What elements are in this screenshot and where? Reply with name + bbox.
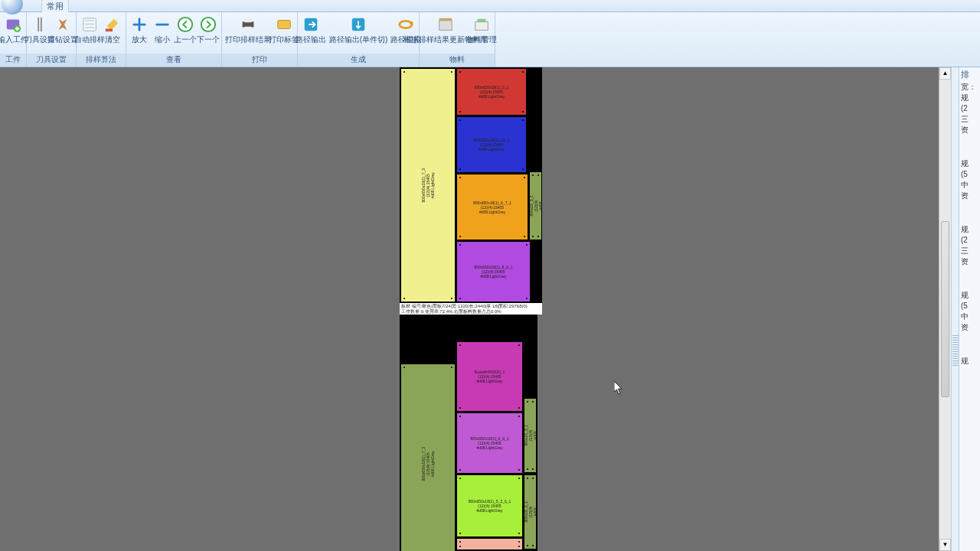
zoom-in-label: 放大: [132, 35, 147, 44]
print-result-label: 打印排样结果: [225, 35, 271, 44]
p2-salmon[interactable]: [457, 539, 522, 549]
auto-icon: [80, 15, 99, 34]
print-label-button[interactable]: 打印标签: [273, 14, 296, 45]
title-bar: 常用: [0, 0, 980, 12]
path-out-button[interactable]: 路径输出: [299, 14, 322, 45]
ribbon-group-打印: 打印排样结果打印标签打印: [222, 12, 298, 67]
side-panel-row: 资: [959, 191, 980, 201]
side-panel-collapse-strip[interactable]: [951, 67, 959, 551]
side-width-label: 宽：: [959, 82, 980, 93]
print-result-button[interactable]: 打印排样结果: [224, 14, 273, 45]
p1-purple[interactable]: 800x650x18(1)_8_6_1(12)(4):15405#d08:Lig…: [457, 242, 530, 302]
drill-settings-label: 排钻设置: [47, 35, 78, 44]
p2-green-s1[interactable]: 800x18_3_1(12)(4)#d08: [524, 399, 536, 472]
path-out-label: 路径输出: [296, 35, 326, 44]
menu-tab-common[interactable]: 常用: [41, 0, 69, 13]
side-panel-row: 规: [959, 93, 980, 103]
ribbon-group-刀具设置: 刀具设置排钻设置刀具设置: [27, 12, 77, 67]
p2-violet[interactable]: 800x650x18(1)_6_6_1(12)(4):15405#d08:Lig…: [457, 413, 522, 473]
side-panel-row: 中: [959, 180, 980, 191]
next-label: 下一个: [197, 35, 220, 44]
next-icon: [199, 15, 217, 34]
material-mgmt-label: 物料管理: [466, 35, 497, 44]
material-mgmt-button[interactable]: 物料管理: [470, 14, 493, 45]
print-label-label: 打印标签: [269, 35, 299, 44]
scroll-thumb[interactable]: [941, 221, 949, 397]
p1-yellow[interactable]: 800x650x18(1)_7_3(12)(4):15405#d08:Light…: [401, 69, 455, 302]
p2-lime[interactable]: 800x650x18(1)_5_2_6_1(12)(4):15405#d08:L…: [457, 475, 522, 536]
p1-green-r[interactable]: 800x18_3_1(12)(4)#d08: [530, 172, 541, 240]
clear-label: 清空: [105, 35, 120, 44]
ribbon-group-工件: 输入工件工件: [0, 12, 27, 67]
next-button[interactable]: 下一个: [197, 14, 220, 45]
prev-label: 上一个: [174, 35, 197, 44]
sheet-1[interactable]: 800x650x18(1)_7_3(12)(4):15405#d08:Light…: [400, 67, 542, 303]
p2-magenta[interactable]: Board#:950020_1(12)(4):15405#d08:LightGr…: [457, 342, 522, 411]
ribbon-group-label: 物料: [420, 54, 495, 67]
p2-green[interactable]: 800x650x18(1)_7_3(12)(4):15405#d08:Light…: [401, 364, 455, 551]
ribbon: 输入工件工件刀具设置排钻设置刀具设置自动排样清空排样算法放大缩小上一个下一个查看…: [0, 12, 980, 67]
p1-blue[interactable]: 800x650x18(1)_10_1(12)(4):15405#d08:Ligh…: [457, 117, 526, 172]
zoom-in-button[interactable]: 放大: [128, 14, 151, 45]
svg-point-9: [178, 18, 192, 31]
zoom-in-icon: [130, 15, 149, 34]
import-icon: [4, 15, 22, 34]
material-mgmt-icon: [472, 15, 491, 34]
scroll-down-button[interactable]: ▼: [939, 539, 951, 551]
ribbon-group-label: 刀具设置: [27, 54, 76, 67]
sim-icon: [397, 15, 415, 34]
svg-rect-5: [85, 20, 95, 22]
zoom-out-icon: [153, 15, 172, 34]
clear-button[interactable]: 清空: [101, 14, 124, 45]
side-panel-row: (2: [959, 235, 980, 246]
workspace: 800x650x18(1)_7_3(12)(4):15405#d08:Light…: [0, 67, 980, 551]
svg-rect-8: [106, 29, 113, 32]
ribbon-group-label: 工件: [0, 54, 26, 67]
auto-nest-button[interactable]: 自动排样: [78, 14, 101, 45]
collapse-grip-icon[interactable]: [952, 335, 959, 366]
side-panel-row: 三: [959, 114, 980, 125]
ribbon-group-label: 生成: [298, 54, 419, 67]
zoom-out-button[interactable]: 缩小: [151, 14, 174, 45]
scroll-up-button[interactable]: ▲: [939, 67, 951, 80]
side-panel-row: 三: [959, 246, 980, 256]
out-icon: [302, 15, 320, 34]
import-job-button[interactable]: 输入工件: [2, 14, 24, 45]
mouse-cursor: [614, 381, 623, 395]
update-material-button[interactable]: 根据排样结果更新物料库: [421, 14, 470, 45]
prev-button[interactable]: 上一个: [174, 14, 197, 45]
auto-nest-label: 自动排样: [74, 35, 105, 44]
path-out-single-button[interactable]: 路径输出(单件切): [322, 14, 394, 45]
side-panel-row: 中: [959, 311, 980, 322]
ribbon-group-label: 排样算法: [77, 54, 126, 67]
prev-icon: [176, 15, 194, 34]
ribbon-group-物料: 根据排样结果更新物料库物料管理物料: [420, 12, 495, 67]
side-panel-row: (5: [959, 301, 980, 311]
ribbon-group-查看: 放大缩小上一个下一个查看: [126, 12, 222, 67]
drill-icon: [54, 15, 72, 34]
ribbon-group-label: 打印: [222, 54, 297, 67]
out-single-icon: [349, 15, 368, 34]
side-panel-row: 规: [959, 356, 980, 367]
label-icon: [275, 15, 293, 34]
drill-settings-button[interactable]: 排钻设置: [51, 14, 74, 45]
material-icon: [436, 15, 455, 34]
vertical-scrollbar[interactable]: ▲ ▼: [939, 67, 951, 551]
p1-red[interactable]: 800x650x18(1)_5_1(12)(4):15405#d08:Light…: [457, 69, 526, 115]
svg-point-19: [410, 21, 413, 25]
ribbon-group-排样算法: 自动排样清空排样算法: [77, 12, 126, 67]
canvas[interactable]: 800x650x18(1)_7_3(12)(4):15405#d08:Light…: [0, 67, 939, 551]
sheet-2[interactable]: 800x650x18(1)_7_3(12)(4):15405#d08:Light…: [400, 315, 537, 551]
p2-green-s2[interactable]: 800x18_3_1(12)(4)#d08: [524, 475, 536, 549]
sheet-1-info: 板材 编号:雕色|面板7/24|宽:1220|长:2440|厚:18|面积:29…: [400, 303, 542, 315]
svg-rect-12: [244, 18, 251, 23]
svg-rect-21: [439, 18, 452, 21]
ribbon-group-label: 查看: [126, 54, 221, 67]
p1-orange[interactable]: 800x650x18(1)_6_7_1(12)(4):15405#d08:Lig…: [457, 174, 528, 240]
side-panel-row: 规: [959, 290, 980, 301]
svg-rect-22: [475, 21, 488, 30]
svg-point-10: [201, 18, 215, 31]
svg-rect-11: [243, 21, 254, 27]
side-panel-row: (2: [959, 103, 980, 114]
path-out-single-label: 路径输出(单件切): [329, 35, 388, 44]
